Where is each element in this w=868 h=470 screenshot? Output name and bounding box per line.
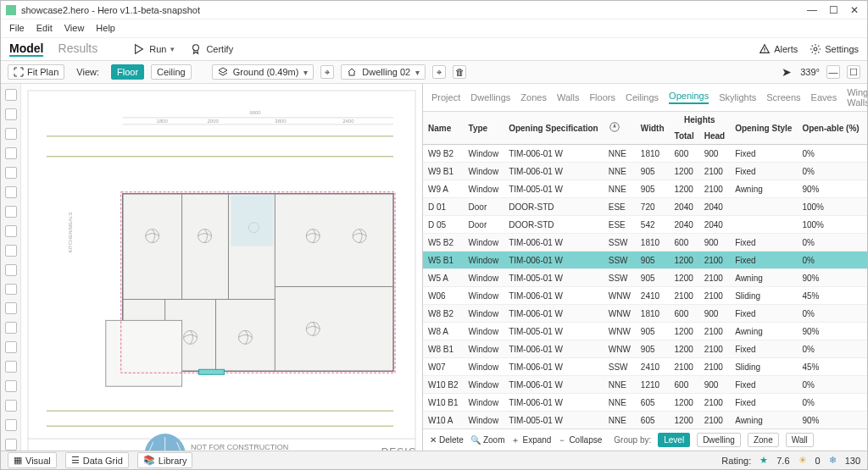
col-heights[interactable]: Heights [670,112,731,128]
rtab-skylights[interactable]: Skylights [719,92,756,102]
heading-indicator[interactable]: ➤ 339° [782,65,820,79]
table-row[interactable]: W06WindowTIM-006-01 WWNW241021002100Slid… [423,287,867,305]
groupby-dwelling[interactable]: Dwelling [697,433,741,447]
level-pick-button[interactable]: ⌖ [320,65,334,79]
table-row[interactable]: W5 B1WindowTIM-006-01 WSSW90512002100Fix… [423,252,867,269]
tool-marker[interactable] [5,380,17,392]
col-style[interactable]: Opening Style [730,112,797,145]
dwelling-select[interactable]: Dwelling 02 [341,64,426,80]
minimize-button[interactable]: — [807,4,817,16]
panel-minimize-button[interactable]: — [826,65,840,79]
table-row[interactable]: D 05DoorDOOR-STDESE54220402040100% [423,216,867,234]
tool-opening[interactable] [5,186,17,198]
tool-compass[interactable] [5,400,17,412]
menu-view[interactable]: View [64,22,85,35]
rtab-eaves[interactable]: Eaves [811,92,837,102]
tool-eave[interactable] [5,264,17,276]
table-row[interactable]: W10 B1WindowTIM-006-01 WNNE60512002100Fi… [423,394,867,412]
tool-ceiling[interactable] [5,167,17,179]
tool-screen[interactable] [5,245,17,257]
maximize-button[interactable]: ☐ [829,4,838,16]
table-row[interactable]: W8 B1WindowTIM-006-01 WWNW90512002100Fix… [423,340,867,358]
rtab-walls[interactable]: Walls [557,92,579,102]
panel-maximize-button[interactable]: ☐ [847,65,860,79]
rtab-openings[interactable]: Openings [669,91,709,104]
view-ceiling[interactable]: Ceiling [151,64,192,80]
col-openable[interactable]: Open-able (%) [797,112,864,145]
dwelling-pick-button[interactable]: ⌖ [432,65,446,79]
fit-plan-button[interactable]: Fit Plan [8,64,64,80]
tool-zone[interactable] [5,108,17,120]
close-button[interactable]: ✕ [850,4,859,16]
settings-button[interactable]: Settings [810,43,859,55]
tool-floor[interactable] [5,147,17,159]
groupby-wall[interactable]: Wall [786,433,814,447]
expand-button[interactable]: ＋ Expand [511,434,551,446]
mode-datagrid[interactable]: ☰ Data Grid [65,452,129,468]
table-row[interactable]: W10 B2WindowTIM-006-01 WNNE1210600900Fix… [423,376,867,394]
tool-polyline[interactable] [5,341,17,353]
statusbar: ▦ Visual ☰ Data Grid 📚 Library Rating: ★… [1,451,867,469]
mode-library[interactable]: 📚 Library [137,452,193,468]
delete-button[interactable]: ✕ Delete [430,435,464,445]
tool-measure[interactable] [5,302,17,314]
tool-unknown-2[interactable] [5,439,17,451]
tool-unknown-1[interactable] [5,419,17,431]
rtab-ceilings[interactable]: Ceilings [626,92,659,102]
openings-table: Name Type Opening Specification Width He… [423,112,867,429]
rtab-floors[interactable]: Floors [589,92,615,102]
col-spec[interactable]: Opening Specification [504,112,604,145]
table-row[interactable]: W9 B1WindowTIM-006-01 WNNE90512002100Fix… [423,163,867,180]
run-button[interactable]: Run ▾ [133,43,175,55]
col-name[interactable]: Name [423,112,464,145]
table-row[interactable]: W9 B2WindowTIM-006-01 WNNE1810600900Fixe… [423,145,867,163]
tab-results[interactable]: Results [58,41,98,55]
table-row[interactable]: W07WindowTIM-006-01 WSSW241021002100Slid… [423,358,867,376]
level-select[interactable]: Ground (0.49m) [212,64,314,80]
plan-canvas[interactable]: 9000 1800200038002400 KITCHEN/MEALS [21,84,422,451]
tool-pointer[interactable] [5,89,17,101]
table-row[interactable]: W5 AWindowTIM-005-01 WSSW90512002100Awni… [423,269,867,287]
view-floor[interactable]: Floor [111,64,144,80]
certify-button[interactable]: Certify [190,43,233,55]
groupby-level[interactable]: Level [658,433,690,447]
rtab-screens[interactable]: Screens [766,92,800,102]
menu-file[interactable]: File [9,22,25,35]
tool-wingwall[interactable] [5,284,17,296]
app-icon [6,5,16,15]
col-weather[interactable]: Weather-stripped [865,112,867,145]
col-type[interactable]: Type [464,112,504,145]
col-h-head[interactable]: Head [699,128,730,145]
table-row[interactable]: W5 B2WindowTIM-006-01 WSSW1810600900Fixe… [423,234,867,252]
alerts-button[interactable]: Alerts [759,43,798,55]
svg-text:KITCHEN/MEALS: KITCHEN/MEALS [68,212,73,252]
zoom-button[interactable]: 🔍 Zoom [470,435,505,445]
left-toolbar [1,84,21,451]
col-h-total[interactable]: Total [670,128,699,145]
tool-select-box[interactable] [5,322,17,334]
rtab-dwellings[interactable]: Dwellings [470,92,510,102]
rtab-wingwalls[interactable]: Wing Walls [847,87,868,108]
tool-grid[interactable] [5,361,17,373]
menu-help[interactable]: Help [96,22,115,35]
collapse-button[interactable]: － Collapse [558,434,602,446]
svg-line-10 [812,52,813,53]
table-row[interactable]: W9 AWindowTIM-005-01 WNNE90512002100Awni… [423,180,867,198]
table-scroll[interactable]: Name Type Opening Specification Width He… [423,112,867,429]
tool-door[interactable] [5,206,17,218]
rtab-zones[interactable]: Zones [520,92,547,102]
groupby-zone[interactable]: Zone [748,433,779,447]
table-row[interactable]: W8 B2WindowTIM-006-01 WWNW1810600900Fixe… [423,305,867,323]
mode-visual[interactable]: ▦ Visual [8,452,57,468]
menu-edit[interactable]: Edit [36,22,53,35]
col-width[interactable]: Width [636,112,670,145]
table-row[interactable]: D 01DoorDOOR-STDESE72020402040100% [423,198,867,216]
table-row[interactable]: W10 AWindowTIM-005-01 WNNE60512002100Awn… [423,412,867,429]
col-orient[interactable] [604,112,636,145]
delete-selection-button[interactable]: 🗑 [453,65,466,79]
table-row[interactable]: W8 AWindowTIM-005-01 WWNW90512002100Awni… [423,323,867,340]
tab-model[interactable]: Model [9,41,43,57]
tool-skylight[interactable] [5,225,17,237]
rtab-project[interactable]: Project [431,92,460,102]
tool-wall[interactable] [5,128,17,140]
